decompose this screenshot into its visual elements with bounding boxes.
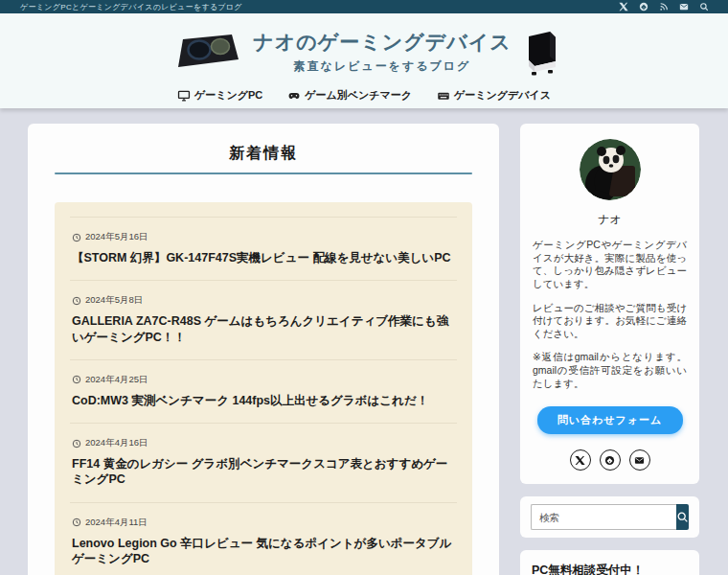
article-row: 2024年4月25日 CoD:MW3 実測ベンチマーク 144fps以上出せるグ…	[70, 360, 457, 424]
clock-icon	[72, 233, 81, 242]
site-header: ナオのゲーミングデバイス 素直なレビューをするブログ ゲーミングPC ゲーム別ベ…	[0, 13, 728, 108]
article-title-link[interactable]: FF14 黄金のレガシー グラボ別ベンチマークスコア表とおすすめゲーミングPC	[72, 456, 455, 488]
topbar: ゲーミングPCとゲーミングデバイスのレビューをするブログ	[0, 0, 728, 13]
article-date-text: 2024年5月16日	[85, 231, 148, 243]
title-block: ナオのゲーミングデバイス 素直なレビューをするブログ	[253, 31, 511, 74]
clock-icon	[72, 296, 81, 306]
article-date-text: 2024年4月25日	[85, 374, 148, 386]
profile-social-icons	[533, 449, 687, 471]
search-widget	[520, 496, 699, 538]
consult-widget: PC無料相談受付中！ ＼ご利用無料！ナオが直接回答します！／	[520, 550, 699, 575]
search-icon[interactable]	[699, 2, 709, 12]
article-row: 2024年4月16日 FF14 黄金のレガシー グラボ別ベンチマークスコア表とお…	[70, 424, 457, 503]
sidebar: ナオ ゲーミングPCやゲーミングデバイスが大好き。実際に製品を使って、しっかり包…	[520, 124, 699, 575]
article-title-link[interactable]: GALLERIA ZA7C-R48S ゲームはもちろんクリエイティブ作業にも強い…	[72, 313, 455, 345]
article-date-text: 2024年4月16日	[85, 437, 148, 449]
article-row: 2024年5月8日 GALLERIA ZA7C-R48S ゲームはもちろんクリエ…	[70, 281, 457, 360]
article-title-link[interactable]: Lenovo Legion Go 辛口レビュー 気になるポイントが多いポータブル…	[72, 536, 455, 567]
mail-icon[interactable]	[679, 2, 689, 12]
avatar	[580, 139, 641, 200]
search-submit-button[interactable]	[676, 504, 689, 530]
article-row: 2024年5月16日 【STORM 幻界】GK-147F47S実機レビュー 配線…	[70, 218, 457, 281]
profile-name: ナオ	[533, 212, 687, 228]
clock-icon	[72, 439, 81, 448]
topbar-social-icons	[619, 2, 709, 12]
clock-icon	[72, 375, 81, 384]
rss-icon[interactable]	[659, 2, 669, 12]
site-tagline: ゲーミングPCとゲーミングデバイスのレビューをするブログ	[20, 2, 242, 12]
article-title-link[interactable]: 【STORM 幻界】GK-147F47S実機レビュー 配線を見せない美しいPC	[72, 250, 455, 265]
monitor-icon	[177, 90, 191, 102]
article-row: 2024年4月11日 Lenovo Legion Go 辛口レビュー 気になるポ…	[70, 503, 457, 575]
feedly-icon[interactable]	[600, 449, 621, 471]
pc-case-logo-image	[523, 30, 559, 76]
article-date: 2024年4月16日	[72, 437, 455, 449]
page-body: 新着情報 2024年5月16日 【STORM 幻界】GK-147F47S実機レビ…	[0, 108, 728, 575]
main-nav: ゲーミングPC ゲーム別ベンチマーク ゲーミングデバイス	[0, 88, 728, 103]
nav-label: ゲーミングPC	[194, 88, 262, 103]
deskmat-headset-logo-image	[169, 31, 241, 75]
article-date: 2024年4月11日	[72, 517, 455, 529]
search-icon	[676, 511, 689, 523]
profile-card: ナオ ゲーミングPCやゲーミングデバイスが大好き。実際に製品を使って、しっかり包…	[520, 124, 699, 484]
x-icon[interactable]	[570, 449, 591, 471]
article-date-text: 2024年4月11日	[85, 517, 148, 529]
profile-bio-1: ゲーミングPCやゲーミングデバイスが大好き。実際に製品を使って、しっかり包み隠さ…	[533, 239, 687, 291]
keyboard-icon	[437, 90, 450, 102]
article-date: 2024年5月16日	[72, 231, 455, 243]
x-icon[interactable]	[619, 2, 628, 12]
main-content: 新着情報 2024年5月16日 【STORM 幻界】GK-147F47S実機レビ…	[28, 124, 499, 575]
mail-icon[interactable]	[629, 449, 650, 471]
nav-item-gaming-devices[interactable]: ゲーミングデバイス	[437, 88, 551, 103]
new-articles-box: 2024年5月16日 【STORM 幻界】GK-147F47S実機レビュー 配線…	[55, 202, 472, 575]
search-input[interactable]	[531, 504, 676, 530]
clock-icon	[72, 518, 81, 527]
section-divider	[55, 172, 472, 174]
contact-form-button[interactable]: 問い合わせフォーム	[537, 406, 683, 434]
section-title-new: 新着情報	[55, 144, 472, 164]
consult-title: PC無料相談受付中！	[532, 563, 688, 575]
site-title[interactable]: ナオのゲーミングデバイス	[253, 31, 511, 53]
article-date: 2024年5月8日	[72, 294, 455, 307]
nav-item-gaming-pc[interactable]: ゲーミングPC	[177, 88, 262, 103]
site-subtitle: 素直なレビューをするブログ	[253, 58, 511, 75]
article-title-link[interactable]: CoD:MW3 実測ベンチマーク 144fps以上出せるグラボはこれだ！	[72, 393, 455, 408]
article-date-text: 2024年5月8日	[85, 294, 143, 307]
nav-label: ゲーミングデバイス	[454, 88, 551, 103]
nav-item-benchmarks[interactable]: ゲーム別ベンチマーク	[287, 88, 412, 103]
nav-label: ゲーム別ベンチマーク	[305, 88, 412, 103]
feedly-icon[interactable]	[639, 2, 648, 12]
profile-bio-2: レビューのご相談やご質問も受け付けております。お気軽にご連絡ください。	[533, 302, 687, 341]
article-date: 2024年4月25日	[72, 374, 455, 386]
gamepad-icon	[287, 90, 301, 102]
profile-bio-3: ※返信はgmailからとなります。gmailの受信許可設定をお願いいたします。	[533, 351, 687, 390]
logo-row: ナオのゲーミングデバイス 素直なレビューをするブログ	[0, 28, 728, 78]
